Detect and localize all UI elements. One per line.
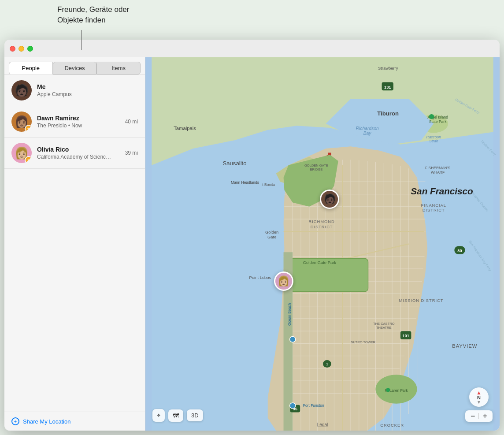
map-label-bayview: BAYVIEW [452,343,477,349]
map-label-tiburon: Tiburon [377,110,399,117]
map-hwy-1-label: 1 [326,361,328,366]
map-label-marin: Marin Headlands [231,180,259,185]
person-distance-olivia: 39 mi [125,150,138,156]
dawn-favorite-star: ★ [25,125,32,132]
person-location-dawn: The Presidio • Now [37,123,112,129]
minimize-button[interactable] [19,46,24,52]
compass-arrow: ▲ [476,390,482,395]
map-label-angel2: State Park [429,119,447,124]
map-label-richardson: Richardson [356,126,379,131]
share-location-footer[interactable]: + Share My Location [4,412,145,431]
map-icon: 🗺 [173,412,179,419]
tab-bar: People Devices Items [4,57,145,75]
map-fort-funston-marker [290,403,296,409]
person-name-dawn: Dawn Ramirez [37,115,122,122]
map-label-fishermans1: FISHERMAN'S [425,166,450,170]
zoom-plus-button[interactable]: + [481,411,489,421]
tab-items[interactable]: Items [96,62,141,74]
tooltip-line1: Freunde, Geräte oder [57,5,129,14]
map-label-golden-gate2: Gate [267,234,276,239]
threed-label: 3D [191,412,199,419]
people-list: 🧑🏿 Me Apple Campus 👩🏽 ★ Dawn Ramirez [4,75,145,412]
map-label-tamalpais: Tamalpais [174,126,196,131]
map-pin-me[interactable]: 🧑🏿 [320,190,339,209]
legal-link[interactable]: Legal [317,422,328,427]
map-label-raccoon2: Strait [429,139,438,143]
map-toolbar: ⌖ 🗺 3D [152,409,203,422]
map-label-fishermans2: WHARF [431,170,445,175]
compass[interactable]: ▲ N ▼ [469,387,489,407]
map-label-crocker: CROCKER [380,423,404,428]
olivia-favorite-star: ★ [25,156,32,163]
map-controls: ▲ N ▼ − + [465,387,493,422]
map-label-financial2: DISTRICT [422,208,445,212]
location-icon: ⌖ [157,412,160,419]
compass-n-label: N [477,395,481,400]
map-angel-icon [429,114,434,119]
map-label-golden-gate: Golden [265,230,278,234]
tooltip-line-indicator [82,30,82,50]
tooltip-line2: Objekte finden [57,16,106,24]
avatar-olivia: 👩🏼 ★ [11,143,32,163]
avatar-dawn: 👩🏽 ★ [11,112,32,132]
map-hwy-80-label: 80 [457,248,462,253]
close-button[interactable] [10,46,15,52]
map-hwy-101-label: 101 [402,333,409,338]
map-label-strawberry: Strawberry [378,66,398,71]
sidebar: People Devices Items 🧑🏿 Me [4,57,145,431]
share-location-label: Share My Location [23,418,70,425]
map-view-button[interactable]: 🗺 [168,409,183,422]
avatar-me: 🧑🏿 [11,80,32,100]
compass-s-arrow: ▼ [477,400,481,405]
map-mclaren-icon [386,388,390,392]
app-window: People Devices Items 🧑🏿 Me [4,40,500,431]
map-label-mission: MISSION DISTRICT [399,298,444,303]
zoom-controls: − + [465,410,493,422]
person-distance-dawn: 40 mi [125,119,138,125]
map-label-richmond: RICHMOND [308,219,334,224]
map-area: 101 1 35 80 131 San Francisco [145,57,500,431]
map-svg: 101 1 35 80 131 San Francisco [145,57,500,431]
person-info-dawn: Dawn Ramirez The Presidio • Now [37,115,122,129]
tab-people[interactable]: People [9,62,53,74]
person-location-olivia: California Academy of Sciences... [37,154,112,160]
person-info-olivia: Olivia Rico California Academy of Scienc… [37,146,122,160]
fullscreen-button[interactable] [27,46,33,52]
map-label-pt-bonita: t Bonita [262,182,275,187]
main-layout: People Devices Items 🧑🏿 Me [4,57,500,431]
tab-devices[interactable]: Devices [53,62,97,74]
person-item-me[interactable]: 🧑🏿 Me Apple Campus [4,75,145,106]
map-label-point-lobos: Point Lobos [249,275,271,280]
person-name-me: Me [37,83,138,90]
person-item-olivia[interactable]: 👩🏼 ★ Olivia Rico California Academy of S… [4,138,145,169]
map-hwy-131-label: 131 [384,85,391,89]
map-label-richardson2: Bay [363,131,372,136]
person-location-me: Apple Campus [37,91,112,97]
map-label-castro2: THEATRE [376,326,392,330]
map-ocean-beach-marker [290,336,296,342]
map-label-sausalito: Sausalito [222,160,246,167]
map-label-district: DISTRICT [311,224,333,229]
person-item-dawn[interactable]: 👩🏽 ★ Dawn Ramirez The Presidio • Now 40 … [4,106,145,138]
map-label-fort-funston: Fort Funston [303,403,324,408]
threed-button[interactable]: 3D [187,409,203,421]
tooltip-annotation: Freunde, Geräte oder Objekte finden [57,4,129,26]
map-label-ggbridge2: BRIDGE [310,167,322,171]
person-info-me: Me Apple Campus [37,83,138,97]
map-label-financial1: FINANCIAL [421,203,446,208]
traffic-lights [10,46,33,52]
map-pin-olivia[interactable]: 👩🏼 [274,271,293,291]
zoom-divider [478,413,479,419]
share-location-icon: + [11,417,19,425]
location-tool-button[interactable]: ⌖ [152,409,165,422]
map-label-sutro: SUTRO TOWER [351,340,376,344]
map-label-sf: San Francisco [411,186,473,196]
person-name-olivia: Olivia Rico [37,146,122,153]
titlebar [4,40,500,57]
map-label-ocean-beach: Ocean Beach [287,303,292,326]
zoom-minus-button[interactable]: − [469,411,477,421]
map-label-castro1: THE CASTRO [373,322,395,326]
map-label-ggpark: Golden Gate Park [303,260,337,265]
